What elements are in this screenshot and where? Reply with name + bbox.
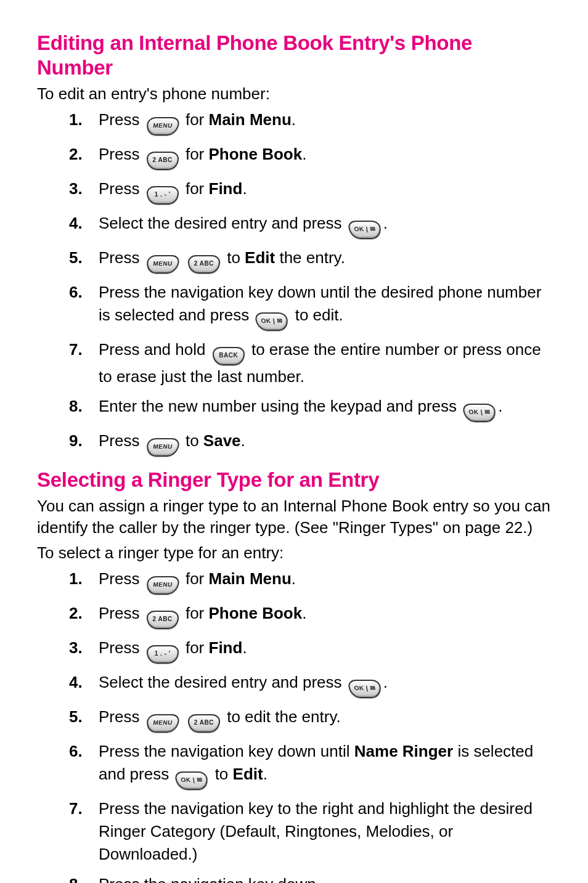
ok-key-icon: OK | ✉ bbox=[174, 771, 209, 790]
step-text: Press the navigation key to the right an… bbox=[99, 799, 533, 863]
page-number: 60 bbox=[534, 881, 551, 883]
step-text: . bbox=[302, 145, 306, 163]
step-text: the entry. bbox=[275, 248, 345, 267]
menu-key-icon: MENU bbox=[145, 255, 180, 274]
step-text: Press bbox=[99, 638, 144, 657]
step-bold: Phone Book bbox=[209, 145, 303, 163]
step-text: Enter the new number using the keypad an… bbox=[99, 397, 461, 415]
step: Select the desired entry and press OK | … bbox=[37, 212, 551, 239]
step-text: for bbox=[186, 569, 209, 588]
menu-key-icon: MENU bbox=[145, 714, 180, 733]
step: Press 1 . - ' for Find. bbox=[37, 637, 551, 664]
step-bold: Find bbox=[209, 638, 243, 657]
step-bold: Name Ringer bbox=[354, 742, 453, 760]
step-text: Press bbox=[99, 707, 144, 726]
section2-intro1: You can assign a ringer type to an Inter… bbox=[37, 495, 551, 539]
step-text: to edit. bbox=[295, 306, 343, 324]
step-text: for bbox=[186, 110, 209, 129]
section2-intro2: To select a ringer type for an entry: bbox=[37, 542, 551, 564]
menu-key-icon: MENU bbox=[145, 117, 180, 136]
step: Press the navigation key down until the … bbox=[37, 281, 551, 331]
step: Press the navigation key to the right an… bbox=[37, 797, 551, 866]
step-bold: Save bbox=[203, 431, 241, 450]
step-text: Press the navigation key down until bbox=[99, 742, 354, 760]
key-2abc-icon: 2 ABC bbox=[147, 152, 179, 170]
step-text: Press bbox=[99, 431, 144, 450]
step-text: to edit the entry. bbox=[227, 707, 341, 726]
ok-key-icon: OK | ✉ bbox=[348, 221, 382, 239]
step-text: Press bbox=[99, 145, 144, 163]
menu-key-icon: MENU bbox=[145, 438, 180, 457]
step-text: Press bbox=[99, 179, 144, 198]
step-text: to bbox=[186, 431, 203, 450]
step-text: Press bbox=[99, 569, 144, 588]
step: Press 1 . - ' for Find. bbox=[37, 177, 551, 205]
page-footer: Internal Phone Book60 bbox=[375, 881, 551, 883]
step-text: . bbox=[292, 110, 296, 129]
step-bold: Find bbox=[209, 179, 243, 198]
step-text: Press bbox=[99, 604, 144, 622]
step-text: . bbox=[242, 638, 247, 657]
step-bold: Edit bbox=[233, 765, 263, 783]
step: Enter the new number using the keypad an… bbox=[37, 395, 551, 422]
step-text: Select the desired entry and press bbox=[99, 673, 346, 691]
step-bold: Edit bbox=[245, 248, 275, 267]
step-text: for bbox=[186, 638, 209, 657]
step-text: Select the desired entry and press bbox=[99, 214, 346, 232]
step: Press MENU 2 ABC to Edit the entry. bbox=[37, 246, 551, 274]
step-text: for bbox=[186, 145, 209, 163]
step-text: . bbox=[242, 179, 247, 198]
section-heading-2: Selecting a Ringer Type for an Entry bbox=[37, 468, 551, 492]
step-text: . bbox=[302, 604, 306, 622]
step-text: Press the navigation key down. bbox=[99, 875, 321, 883]
step: Press 2 ABC for Phone Book. bbox=[37, 143, 551, 170]
step: Press MENU for Main Menu. bbox=[37, 108, 551, 136]
step: Press 2 ABC for Phone Book. bbox=[37, 602, 551, 629]
step: Press the navigation key down until Name… bbox=[37, 740, 551, 790]
step-text: . bbox=[263, 765, 267, 783]
back-key-icon: BACK bbox=[213, 347, 245, 365]
step-text: for bbox=[186, 604, 209, 622]
step-text: . bbox=[241, 431, 245, 450]
step-bold: Main Menu bbox=[209, 110, 292, 129]
key-2abc-icon: 2 ABC bbox=[188, 714, 220, 733]
section2-steps: Press MENU for Main Menu. Press 2 ABC fo… bbox=[37, 568, 551, 883]
key-1-icon: 1 . - ' bbox=[147, 186, 179, 205]
step: Press MENU for Main Menu. bbox=[37, 568, 551, 595]
step-text: Press bbox=[99, 110, 144, 129]
step-bold: Phone Book bbox=[209, 604, 303, 622]
ok-key-icon: OK | ✉ bbox=[348, 680, 382, 698]
ok-key-icon: OK | ✉ bbox=[462, 404, 497, 422]
menu-key-icon: MENU bbox=[145, 576, 180, 595]
footer-label: Internal Phone Book bbox=[375, 881, 525, 883]
step: Select the desired entry and press OK | … bbox=[37, 671, 551, 698]
step: Press MENU to Save. bbox=[37, 429, 551, 457]
step-text: . bbox=[383, 214, 388, 232]
key-1-icon: 1 . - ' bbox=[147, 645, 179, 664]
step-text: Press bbox=[99, 248, 144, 267]
step-text: . bbox=[498, 397, 502, 415]
key-2abc-icon: 2 ABC bbox=[188, 255, 220, 274]
key-2abc-icon: 2 ABC bbox=[147, 611, 179, 629]
step-text: Press and hold bbox=[99, 340, 210, 359]
step-bold: Main Menu bbox=[209, 569, 292, 588]
step-text: to bbox=[215, 765, 233, 783]
section1-steps: Press MENU for Main Menu. Press 2 ABC fo… bbox=[37, 108, 551, 457]
step: Press and hold BACK to erase the entire … bbox=[37, 338, 551, 388]
ok-key-icon: OK | ✉ bbox=[255, 312, 289, 331]
section1-intro: To edit an entry's phone number: bbox=[37, 83, 551, 105]
step-text: . bbox=[383, 673, 388, 691]
step-text: . bbox=[292, 569, 296, 588]
step-text: to bbox=[227, 248, 245, 267]
step: Press MENU 2 ABC to edit the entry. bbox=[37, 706, 551, 733]
step-text: for bbox=[186, 179, 209, 198]
section-heading-1: Editing an Internal Phone Book Entry's P… bbox=[37, 31, 551, 81]
